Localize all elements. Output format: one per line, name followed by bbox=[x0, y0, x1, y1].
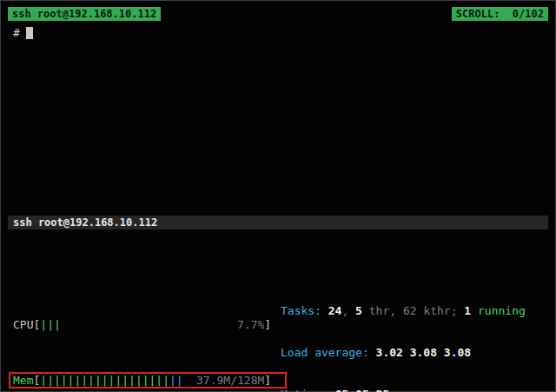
cpu-meter-bars: ||| bbox=[40, 318, 237, 332]
top-terminal-area[interactable]: # bbox=[8, 21, 548, 210]
terminal-window: ssh root@192.168.10.112 SCROLL: 0/102 # … bbox=[0, 0, 556, 392]
htop-meters: CPU[|||7.7%] Mem[|||||||||||||||||||||37… bbox=[13, 276, 545, 392]
uptime-line: Uptime: 05:05:35 bbox=[281, 388, 545, 392]
cpu-meter-label: CPU bbox=[13, 318, 33, 332]
tasks-count: 24 bbox=[328, 304, 342, 317]
separator: ; bbox=[451, 304, 465, 317]
bracket: [ bbox=[33, 374, 40, 388]
scroll-indicator: SCROLL: 0/102 bbox=[452, 7, 548, 21]
mem-cache-bars: || bbox=[169, 374, 183, 387]
separator: , bbox=[341, 304, 355, 317]
load-label: Load average: bbox=[281, 346, 376, 359]
uptime-label: Uptime: bbox=[281, 388, 335, 392]
mem-meter-label: Mem bbox=[13, 374, 33, 388]
running-label: running bbox=[471, 304, 526, 317]
bracket: ] bbox=[264, 318, 271, 332]
mem-meter-bars: ||||||||||||||||||||| bbox=[40, 374, 196, 388]
load-1min: 3.02 bbox=[376, 346, 410, 359]
separator: , bbox=[389, 304, 403, 317]
load-average-line: Load average: 3.02 3.08 3.08 bbox=[281, 346, 545, 360]
prompt-line: # bbox=[13, 26, 543, 39]
kthreads-count: 62 kthr bbox=[403, 304, 451, 317]
uptime-value: 05:05:35 bbox=[335, 388, 390, 392]
meters-column: CPU[|||7.7%] Mem[|||||||||||||||||||||37… bbox=[13, 276, 281, 392]
info-column: Tasks: 24, 5 thr, 62 kthr; 1 running Loa… bbox=[281, 276, 545, 392]
cpu-meter: CPU[|||7.7%] bbox=[13, 318, 281, 332]
load-5min: 3.08 bbox=[410, 346, 444, 359]
bracket: [ bbox=[33, 318, 40, 332]
running-count: 1 bbox=[464, 304, 471, 317]
terminal-cursor bbox=[26, 27, 33, 39]
bottom-pane-title: ssh root@192.168.10.112 bbox=[13, 216, 157, 229]
cpu-meter-value: 7.7% bbox=[237, 318, 264, 332]
mem-meter: Mem[|||||||||||||||||||||37.9M/128M] bbox=[13, 374, 281, 388]
bracket: ] bbox=[264, 374, 271, 388]
tasks-line: Tasks: 24, 5 thr, 62 kthr; 1 running bbox=[281, 304, 545, 318]
threads-count: 5 bbox=[355, 304, 362, 317]
htop-screen: CPU[|||7.7%] Mem[|||||||||||||||||||||37… bbox=[8, 229, 548, 392]
mem-used-bars: ||||||||||||||||||| bbox=[40, 374, 169, 387]
mem-meter-value: 37.9M/128M bbox=[196, 374, 264, 388]
load-15min: 3.08 bbox=[444, 346, 471, 359]
bottom-pane-titlebar: ssh root@192.168.10.112 bbox=[8, 216, 548, 229]
tasks-label: Tasks: bbox=[281, 304, 328, 317]
top-pane-title: ssh root@192.168.10.112 bbox=[8, 7, 161, 21]
shell-prompt: # bbox=[13, 26, 20, 39]
threads-label: thr bbox=[362, 304, 389, 317]
top-pane-titlebar: ssh root@192.168.10.112 SCROLL: 0/102 bbox=[8, 7, 548, 21]
